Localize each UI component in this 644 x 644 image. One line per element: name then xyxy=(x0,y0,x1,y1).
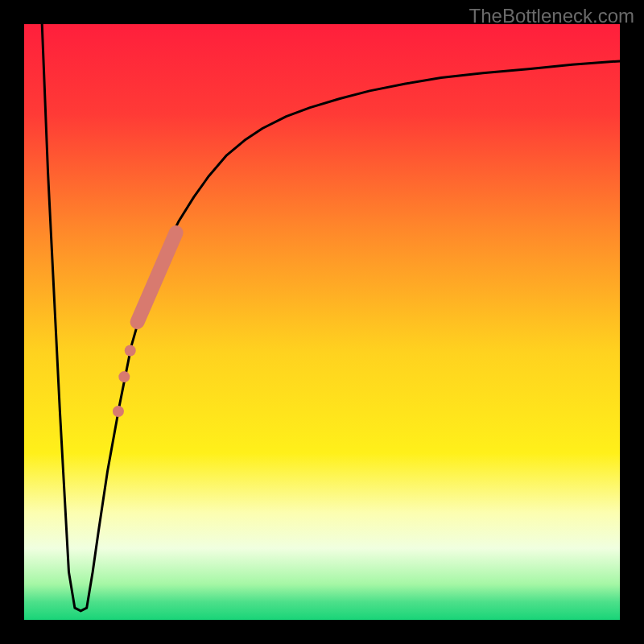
watermark-text: TheBottleneck.com xyxy=(469,5,634,27)
highlight-dot xyxy=(113,406,124,417)
highlight-dot xyxy=(125,345,136,357)
chart-canvas xyxy=(0,0,644,644)
bottleneck-chart: TheBottleneck.com xyxy=(0,0,644,644)
plot-background xyxy=(24,24,620,620)
highlight-dot xyxy=(118,371,130,382)
